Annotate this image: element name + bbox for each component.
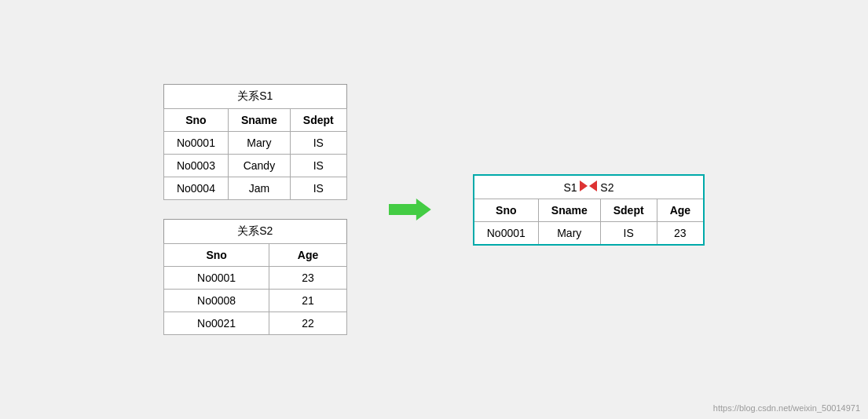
s2-r3-age: 22 xyxy=(269,312,346,335)
s2-r2-sno: No0008 xyxy=(163,290,269,312)
s2-r1-sno: No0001 xyxy=(163,267,269,290)
result-title-s2: S2 xyxy=(600,181,613,194)
s1-r1-sno: No0001 xyxy=(163,132,228,155)
s1-r2-sname: Candy xyxy=(228,155,290,177)
result-col-age: Age xyxy=(657,199,704,221)
result-header-row: Sno Sname Sdept Age xyxy=(474,199,704,221)
result-r1-age: 23 xyxy=(657,221,704,245)
s2-title: 关系S2 xyxy=(163,220,346,244)
triangle-right-icon xyxy=(580,180,588,191)
result-col-sname: Sname xyxy=(538,199,600,221)
watermark: https://blog.csdn.net/weixin_50014971 xyxy=(713,403,860,413)
join-symbol xyxy=(580,180,597,191)
result-r1-sno: No0001 xyxy=(474,221,539,245)
arrow-body xyxy=(389,199,431,220)
s1-r2-sdept: IS xyxy=(290,155,346,177)
s1-r1-sname: Mary xyxy=(228,132,290,155)
table-row: No0001 Mary IS xyxy=(163,132,346,155)
main-layout: 关系S1 Sno Sname Sdept No0001 Mary IS No00… xyxy=(163,84,705,335)
right-arrow xyxy=(389,199,431,220)
result-col-sno: Sno xyxy=(474,199,539,221)
arrow-container xyxy=(379,199,441,220)
table-row: No0001 23 xyxy=(163,267,346,290)
result-title: S1 S2 xyxy=(474,175,704,199)
s1-r3-sname: Jam xyxy=(228,177,290,200)
table-row: No0021 22 xyxy=(163,312,346,335)
s2-r2-age: 21 xyxy=(269,290,346,312)
s2-col-age: Age xyxy=(269,244,346,267)
result-col-sdept: Sdept xyxy=(600,199,657,221)
table-s1: 关系S1 Sno Sname Sdept No0001 Mary IS No00… xyxy=(163,84,347,200)
result-r1-sname: Mary xyxy=(538,221,600,245)
s1-r3-sno: No0004 xyxy=(163,177,228,200)
table-row: No0001 Mary IS 23 xyxy=(474,221,704,245)
table-row: No0008 21 xyxy=(163,290,346,312)
result-title-s1: S1 xyxy=(563,181,577,194)
s1-header-row: Sno Sname Sdept xyxy=(163,109,346,132)
s2-header-row: Sno Age xyxy=(163,244,346,267)
s1-r1-sdept: IS xyxy=(290,132,346,155)
s1-r2-sno: No0003 xyxy=(163,155,228,177)
s1-col-sno: Sno xyxy=(163,109,228,132)
s1-r3-sdept: IS xyxy=(290,177,346,200)
table-row: No0003 Candy IS xyxy=(163,155,346,177)
table-result: S1 S2 Sno Sname Sdept Age No0001 Mary IS… xyxy=(473,174,705,246)
s1-title: 关系S1 xyxy=(163,85,346,109)
table-row: No0004 Jam IS xyxy=(163,177,346,200)
table-s2: 关系S2 Sno Age No0001 23 No0008 21 No0021 … xyxy=(163,219,347,335)
s1-col-sname: Sname xyxy=(228,109,290,132)
left-tables: 关系S1 Sno Sname Sdept No0001 Mary IS No00… xyxy=(163,84,347,335)
triangle-left-icon xyxy=(589,180,597,191)
s2-r1-age: 23 xyxy=(269,267,346,290)
s2-col-sno: Sno xyxy=(163,244,269,267)
s1-col-sdept: Sdept xyxy=(290,109,346,132)
s2-r3-sno: No0021 xyxy=(163,312,269,335)
result-r1-sdept: IS xyxy=(600,221,657,245)
